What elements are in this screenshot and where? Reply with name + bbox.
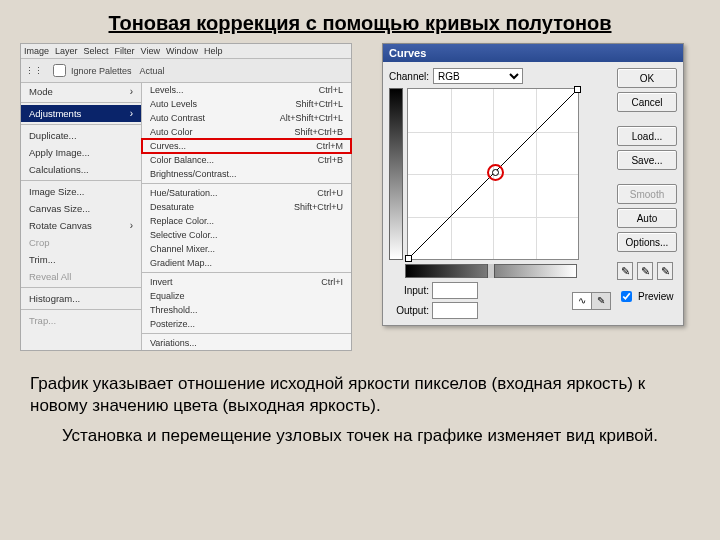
submenu-item[interactable]: Levels...Ctrl+L bbox=[142, 83, 351, 97]
load-button[interactable]: Load... bbox=[617, 126, 677, 146]
submenu-item[interactable]: Replace Color... bbox=[142, 214, 351, 228]
eyedropper-gray-icon[interactable]: ✎ bbox=[637, 262, 653, 280]
curve-point-mid[interactable] bbox=[492, 169, 499, 176]
submenu-item[interactable]: Threshold... bbox=[142, 303, 351, 317]
submenu-item[interactable]: DesaturateShift+Ctrl+U bbox=[142, 200, 351, 214]
curve-point-start[interactable] bbox=[405, 255, 412, 262]
options-button[interactable]: Options... bbox=[617, 232, 677, 252]
menu-item[interactable]: Reveal All bbox=[21, 268, 141, 285]
page-title: Тоновая коррекция с помощью кривых полут… bbox=[0, 0, 720, 43]
menu-item[interactable]: Calculations... bbox=[21, 161, 141, 178]
menu-item[interactable]: Image Size... bbox=[21, 183, 141, 200]
photoshop-menu: ImageLayerSelectFilterViewWindowHelp ⋮⋮ … bbox=[20, 43, 352, 351]
curve-tool-spline-icon[interactable]: ∿ bbox=[573, 293, 592, 309]
ignore-palettes-label: Ignore Palettes bbox=[71, 66, 132, 76]
menu-item[interactable]: Rotate Canvas bbox=[21, 217, 141, 234]
adjustments-submenu[interactable]: Levels...Ctrl+LAuto LevelsShift+Ctrl+LAu… bbox=[142, 83, 351, 350]
submenu-item[interactable]: Selective Color... bbox=[142, 228, 351, 242]
submenu-item[interactable]: Color Balance...Ctrl+B bbox=[142, 153, 351, 167]
eyedropper-black-icon[interactable]: ✎ bbox=[617, 262, 633, 280]
eyedropper-white-icon[interactable]: ✎ bbox=[657, 262, 673, 280]
smooth-button[interactable]: Smooth bbox=[617, 184, 677, 204]
paragraph-1: График указывает отношение исходной ярко… bbox=[30, 373, 690, 417]
explanation-text: График указывает отношение исходной ярко… bbox=[0, 351, 720, 447]
menu-filter[interactable]: Filter bbox=[115, 46, 135, 56]
actual-label: Actual bbox=[140, 66, 165, 76]
cancel-button[interactable]: Cancel bbox=[617, 92, 677, 112]
preview-checkbox[interactable] bbox=[621, 291, 632, 302]
submenu-item[interactable]: Posterize... bbox=[142, 317, 351, 331]
submenu-item[interactable]: Brightness/Contrast... bbox=[142, 167, 351, 181]
input-gradient[interactable] bbox=[405, 264, 577, 278]
menu-item[interactable]: Canvas Size... bbox=[21, 200, 141, 217]
menu-item[interactable]: Trim... bbox=[21, 251, 141, 268]
menu-image[interactable]: Image bbox=[24, 46, 49, 56]
preview-label: Preview bbox=[638, 291, 674, 302]
curve-tool-pencil-icon[interactable]: ✎ bbox=[592, 293, 610, 309]
input-label: Input: bbox=[389, 285, 429, 296]
menu-item[interactable]: Apply Image... bbox=[21, 144, 141, 161]
output-gradient bbox=[389, 88, 403, 260]
submenu-item[interactable]: Variations... bbox=[142, 336, 351, 350]
menu-item[interactable]: Duplicate... bbox=[21, 127, 141, 144]
options-bar: ⋮⋮ Ignore Palettes Actual bbox=[21, 59, 351, 83]
curve-tool-toggle[interactable]: ∿ ✎ bbox=[572, 292, 611, 310]
menu-help[interactable]: Help bbox=[204, 46, 223, 56]
channel-label: Channel: bbox=[389, 71, 429, 82]
menu-view[interactable]: View bbox=[141, 46, 160, 56]
input-field[interactable] bbox=[432, 282, 478, 299]
auto-button[interactable]: Auto bbox=[617, 208, 677, 228]
menu-item[interactable]: Adjustments bbox=[21, 105, 141, 122]
curve-point-end[interactable] bbox=[574, 86, 581, 93]
menu-layer[interactable]: Layer bbox=[55, 46, 78, 56]
curves-dialog: Curves Channel: RGB bbox=[382, 43, 684, 326]
submenu-item[interactable]: Channel Mixer... bbox=[142, 242, 351, 256]
curves-chart[interactable] bbox=[407, 88, 579, 260]
output-field[interactable] bbox=[432, 302, 478, 319]
channel-select[interactable]: RGB bbox=[433, 68, 523, 84]
menu-item[interactable]: Trap... bbox=[21, 312, 141, 329]
submenu-item[interactable]: Auto LevelsShift+Ctrl+L bbox=[142, 97, 351, 111]
menu-select[interactable]: Select bbox=[84, 46, 109, 56]
submenu-item[interactable]: Auto ColorShift+Ctrl+B bbox=[142, 125, 351, 139]
ignore-palettes-checkbox[interactable] bbox=[53, 64, 66, 77]
menubar[interactable]: ImageLayerSelectFilterViewWindowHelp bbox=[21, 44, 351, 59]
submenu-item[interactable]: Equalize bbox=[142, 289, 351, 303]
output-label: Output: bbox=[389, 305, 429, 316]
image-menu[interactable]: ModeAdjustmentsDuplicate...Apply Image..… bbox=[21, 83, 142, 350]
submenu-item[interactable]: Gradient Map... bbox=[142, 256, 351, 270]
submenu-item[interactable]: Hue/Saturation...Ctrl+U bbox=[142, 186, 351, 200]
menu-item[interactable]: Crop bbox=[21, 234, 141, 251]
save-button[interactable]: Save... bbox=[617, 150, 677, 170]
submenu-item[interactable]: Auto ContrastAlt+Shift+Ctrl+L bbox=[142, 111, 351, 125]
menu-item[interactable]: Histogram... bbox=[21, 290, 141, 307]
ok-button[interactable]: OK bbox=[617, 68, 677, 88]
paragraph-2: Установка и перемещение узловых точек на… bbox=[30, 425, 690, 447]
menu-item[interactable]: Mode bbox=[21, 83, 141, 100]
curves-titlebar: Curves bbox=[383, 44, 683, 62]
submenu-item[interactable]: Curves...Ctrl+M bbox=[142, 139, 351, 153]
gradient-split-icon bbox=[487, 264, 495, 278]
menu-window[interactable]: Window bbox=[166, 46, 198, 56]
submenu-item[interactable]: InvertCtrl+I bbox=[142, 275, 351, 289]
